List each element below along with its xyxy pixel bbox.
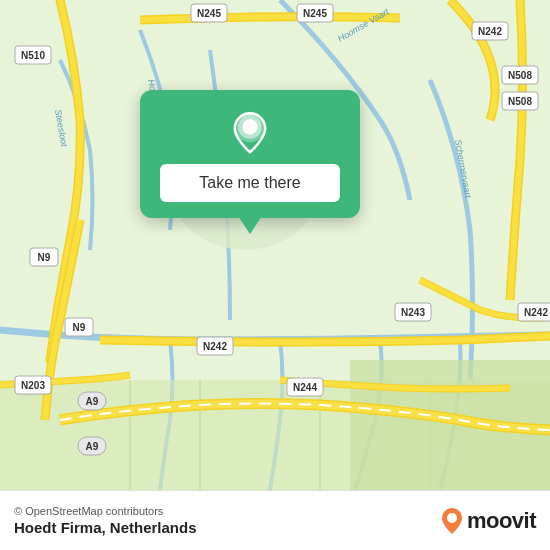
footer-left: © OpenStreetMap contributors Hoedt Firma… bbox=[14, 505, 197, 536]
svg-text:N244: N244 bbox=[293, 382, 317, 393]
map-container[interactable]: N510 N245 N245 N242 N508 N508 N9 N9 N242… bbox=[0, 0, 550, 490]
svg-text:N9: N9 bbox=[38, 252, 51, 263]
svg-text:N243: N243 bbox=[401, 307, 425, 318]
moovit-pin-icon bbox=[441, 507, 463, 535]
footer: © OpenStreetMap contributors Hoedt Firma… bbox=[0, 490, 550, 550]
map-popup: Take me there bbox=[140, 90, 360, 218]
svg-text:N203: N203 bbox=[21, 380, 45, 391]
moovit-brand-text: moovit bbox=[467, 508, 536, 534]
location-name: Hoedt Firma, Netherlands bbox=[14, 519, 197, 536]
svg-text:N508: N508 bbox=[508, 96, 532, 107]
svg-point-45 bbox=[242, 119, 257, 134]
location-pin-icon bbox=[228, 110, 272, 154]
svg-text:N242: N242 bbox=[203, 341, 227, 352]
svg-text:A9: A9 bbox=[86, 396, 99, 407]
svg-text:N9: N9 bbox=[73, 322, 86, 333]
svg-text:N242: N242 bbox=[478, 26, 502, 37]
svg-text:N510: N510 bbox=[21, 50, 45, 61]
svg-text:N242: N242 bbox=[524, 307, 548, 318]
svg-text:N245: N245 bbox=[303, 8, 327, 19]
take-me-there-button[interactable]: Take me there bbox=[160, 164, 340, 202]
copyright-text: © OpenStreetMap contributors bbox=[14, 505, 197, 517]
svg-text:N508: N508 bbox=[508, 70, 532, 81]
svg-text:A9: A9 bbox=[86, 441, 99, 452]
svg-point-46 bbox=[447, 513, 457, 523]
svg-text:N245: N245 bbox=[197, 8, 221, 19]
moovit-logo: moovit bbox=[441, 507, 536, 535]
